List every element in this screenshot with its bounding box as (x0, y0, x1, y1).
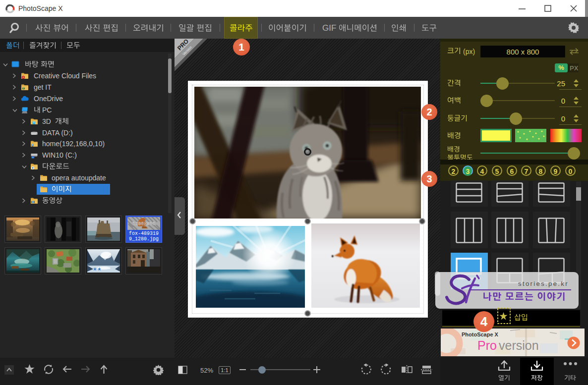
svg-text:Pro: Pro (477, 338, 497, 352)
svg-text:version: version (499, 338, 539, 352)
svg-text:1280x806: 1280x806 (132, 221, 155, 226)
svg-text:PhotoScape X: PhotoScape X (462, 331, 499, 337)
